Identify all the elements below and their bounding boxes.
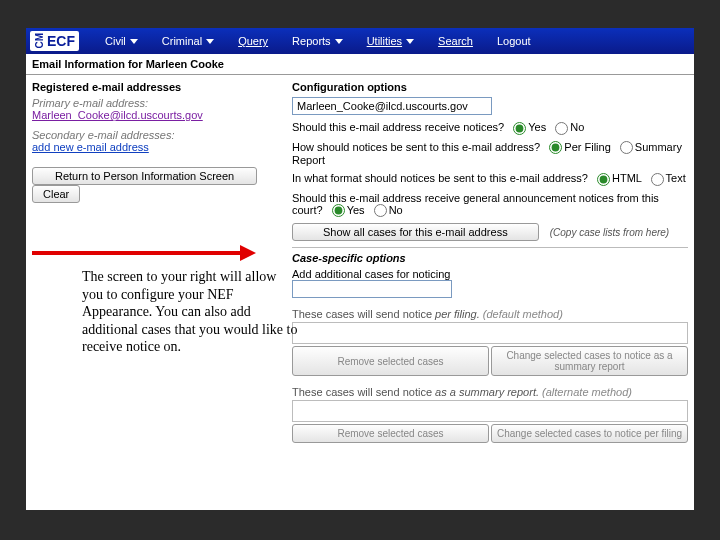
- config-heading: Configuration options: [292, 81, 688, 93]
- change-to-perfiling-button[interactable]: Change selected cases to notice per fili…: [491, 424, 688, 443]
- add-secondary-email-link[interactable]: add new e-mail address: [32, 141, 149, 153]
- summary-radio[interactable]: [620, 141, 633, 154]
- email-input[interactable]: [292, 97, 492, 115]
- add-cases-label: Add additional cases for noticing: [292, 268, 688, 280]
- show-all-cases-button[interactable]: Show all cases for this e-mail address: [292, 223, 539, 241]
- announce-no-radio[interactable]: [374, 204, 387, 217]
- secondary-email-label: Secondary e-mail addresses:: [32, 129, 282, 141]
- notices-yes-radio[interactable]: [513, 122, 526, 135]
- add-cases-input[interactable]: [292, 280, 452, 298]
- nav-civil[interactable]: Civil: [105, 35, 138, 47]
- perfiling-list-label: These cases will send notice per filing.…: [292, 308, 688, 320]
- copy-hint: (Copy case lists from here): [550, 227, 669, 238]
- html-radio[interactable]: [597, 173, 610, 186]
- registered-heading: Registered e-mail addresses: [32, 81, 282, 93]
- chevron-down-icon: [335, 39, 343, 44]
- summary-list-label: These cases will send notice as a summar…: [292, 386, 688, 398]
- nav-utilities[interactable]: Utilities: [367, 35, 414, 47]
- clear-button[interactable]: Clear: [32, 185, 80, 203]
- how-sent-question: How should notices be sent to this e-mai…: [292, 141, 688, 167]
- case-specific-heading: Case-specific options: [292, 247, 688, 264]
- remove-cases-button-1[interactable]: Remove selected cases: [292, 346, 489, 376]
- chevron-down-icon: [406, 39, 414, 44]
- format-question: In what format should notices be sent to…: [292, 172, 688, 186]
- nav-logout[interactable]: Logout: [497, 35, 531, 47]
- change-to-summary-button[interactable]: Change selected cases to notice as a sum…: [491, 346, 688, 376]
- callout-text: The screen to your right will allow you …: [82, 268, 298, 356]
- primary-email-link[interactable]: Marleen_Cooke@ilcd.uscourts.gov: [32, 109, 203, 121]
- announce-yes-radio[interactable]: [332, 204, 345, 217]
- nav-reports[interactable]: Reports: [292, 35, 343, 47]
- page-title: Email Information for Marleen Cooke: [26, 54, 694, 75]
- notices-question: Should this e-mail address receive notic…: [292, 121, 688, 135]
- primary-email-label: Primary e-mail address:: [32, 97, 282, 109]
- perfiling-listbox[interactable]: [292, 322, 688, 344]
- nav-criminal[interactable]: Criminal: [162, 35, 214, 47]
- nav-query[interactable]: Query: [238, 35, 268, 47]
- app-logo: CMECF: [30, 31, 79, 51]
- remove-cases-button-2[interactable]: Remove selected cases: [292, 424, 489, 443]
- chevron-down-icon: [130, 39, 138, 44]
- return-button[interactable]: Return to Person Information Screen: [32, 167, 257, 185]
- text-radio[interactable]: [651, 173, 664, 186]
- summary-listbox[interactable]: [292, 400, 688, 422]
- nav-search[interactable]: Search: [438, 35, 473, 47]
- top-nav: CMECF Civil Criminal Query Reports Utili…: [26, 28, 694, 54]
- perfiling-radio[interactable]: [549, 141, 562, 154]
- callout-arrow: [32, 246, 262, 260]
- notices-no-radio[interactable]: [555, 122, 568, 135]
- chevron-down-icon: [206, 39, 214, 44]
- announcement-question: Should this e-mail address receive gener…: [292, 192, 688, 218]
